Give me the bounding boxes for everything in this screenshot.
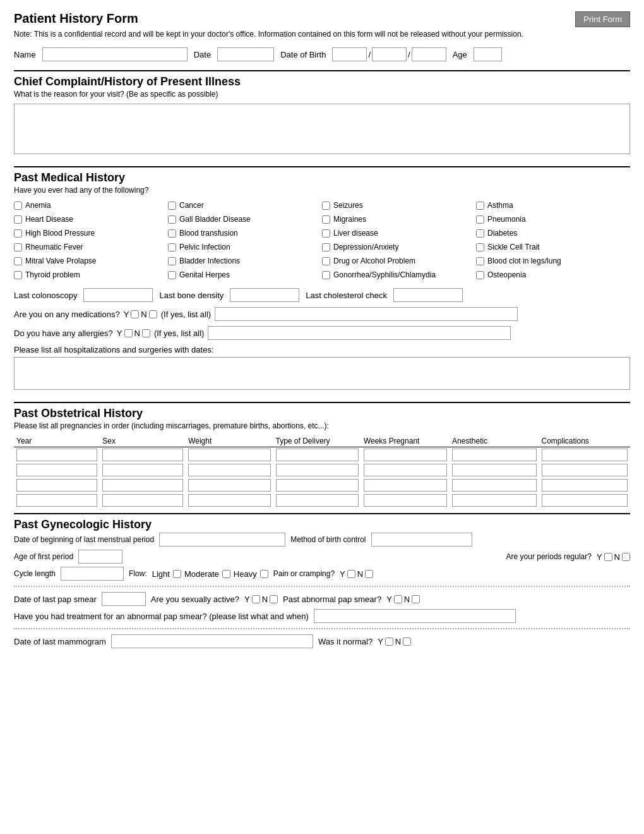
pa-n-checkbox[interactable]	[412, 595, 420, 603]
condition-checkbox-16[interactable]	[14, 257, 22, 265]
condition-label-14: Depression/Anxiety	[333, 243, 398, 251]
pain-n-checkbox[interactable]	[365, 570, 373, 578]
condition-checkbox-22[interactable]	[322, 271, 330, 279]
condition-label-0: Anemia	[25, 201, 51, 210]
condition-checkbox-9[interactable]	[168, 229, 176, 238]
condition-checkbox-12[interactable]	[14, 243, 22, 251]
condition-checkbox-14[interactable]	[322, 243, 330, 251]
flow-light-checkbox[interactable]	[173, 570, 181, 578]
dob-month-input[interactable]	[332, 47, 367, 61]
condition-checkbox-7[interactable]	[476, 215, 484, 224]
condition-checkbox-2[interactable]	[322, 202, 330, 210]
condition-checkbox-5[interactable]	[168, 215, 176, 224]
condition-checkbox-21[interactable]	[168, 271, 176, 279]
last-bone-density-input[interactable]	[230, 288, 299, 302]
dotted-divider-1	[14, 586, 630, 587]
medications-y-checkbox[interactable]	[131, 310, 139, 318]
gyn-section: Past Gynecologic History Date of beginni…	[14, 513, 630, 648]
obstetric-row3-col0-input[interactable]	[16, 494, 97, 507]
condition-label-11: Diabetes	[487, 229, 517, 238]
abnormal-treatment-input[interactable]	[314, 609, 516, 623]
regular-n-checkbox[interactable]	[622, 553, 630, 561]
dob-sep2: /	[408, 50, 410, 59]
obstetric-row1-col1-input[interactable]	[102, 464, 183, 476]
obstetric-row0-col5-input[interactable]	[452, 449, 536, 461]
age-input[interactable]	[474, 47, 502, 61]
flow-heavy-checkbox[interactable]	[260, 570, 268, 578]
last-cholesterol-input[interactable]	[393, 288, 463, 302]
obstetric-row3-col4-input[interactable]	[364, 494, 447, 507]
pa-y-checkbox[interactable]	[394, 595, 402, 603]
obstetric-row1-col5-input[interactable]	[452, 464, 536, 476]
obstetric-row3-col6-input[interactable]	[542, 494, 628, 507]
complaint-textarea[interactable]	[14, 104, 630, 154]
condition-checkbox-6[interactable]	[322, 215, 330, 224]
print-button[interactable]: Print Form	[575, 11, 630, 27]
last-colonoscopy-input[interactable]	[83, 288, 153, 302]
obstetric-row2-col4-input[interactable]	[364, 479, 447, 492]
condition-label-23: Osteopenia	[487, 270, 526, 279]
obstetric-row2-col1-input[interactable]	[102, 479, 183, 492]
allergies-n-checkbox[interactable]	[142, 329, 150, 337]
obstetric-row1-col3-input[interactable]	[276, 464, 359, 476]
condition-checkbox-3[interactable]	[476, 202, 484, 210]
allergies-list-input[interactable]	[208, 326, 511, 340]
allergies-y-checkbox[interactable]	[124, 329, 133, 337]
condition-checkbox-23[interactable]	[476, 271, 484, 279]
condition-label-4: Heart Disease	[25, 215, 73, 224]
cycle-length-input[interactable]	[61, 567, 124, 581]
first-period-input[interactable]	[78, 550, 122, 564]
name-input[interactable]	[42, 47, 188, 61]
lmp-input[interactable]	[159, 533, 285, 547]
obstetric-row2-col6-input[interactable]	[542, 479, 628, 492]
medications-n-checkbox[interactable]	[149, 310, 157, 318]
flow-label: Flow:	[129, 569, 147, 578]
mn-n-checkbox[interactable]	[403, 638, 411, 646]
hospitalization-textarea[interactable]	[14, 357, 630, 390]
obstetric-row1-col2-input[interactable]	[188, 464, 270, 476]
birth-control-input[interactable]	[371, 533, 472, 547]
obstetric-row0-col0-input[interactable]	[16, 449, 97, 461]
obstetric-row0-col4-input[interactable]	[364, 449, 447, 461]
condition-checkbox-19[interactable]	[476, 257, 484, 265]
last-pap-input[interactable]	[102, 592, 146, 606]
condition-checkbox-8[interactable]	[14, 229, 22, 238]
condition-checkbox-18[interactable]	[322, 257, 330, 265]
condition-checkbox-17[interactable]	[168, 257, 176, 265]
condition-checkbox-11[interactable]	[476, 229, 484, 238]
medications-list-input[interactable]	[215, 307, 518, 321]
obstetric-row2-col0-input[interactable]	[16, 479, 97, 492]
pain-y-checkbox[interactable]	[347, 570, 355, 578]
obstetric-row2-col2-input[interactable]	[188, 479, 270, 492]
condition-checkbox-13[interactable]	[168, 243, 176, 251]
obstetric-row3-col1-input[interactable]	[102, 494, 183, 507]
dob-year-input[interactable]	[412, 47, 446, 61]
flow-moderate-checkbox[interactable]	[222, 570, 230, 578]
mn-y-checkbox[interactable]	[385, 638, 393, 646]
last-mammogram-input[interactable]	[111, 634, 313, 648]
obstetric-row1-col4-input[interactable]	[364, 464, 447, 476]
condition-checkbox-10[interactable]	[322, 229, 330, 238]
obstetric-row0-col1-input[interactable]	[102, 449, 183, 461]
condition-checkbox-15[interactable]	[476, 243, 484, 251]
sa-y-checkbox[interactable]	[252, 595, 260, 603]
dob-day-input[interactable]	[372, 47, 407, 61]
sexually-active-yn: Y N	[244, 595, 278, 604]
obstetric-row2-col5-input[interactable]	[452, 479, 536, 492]
date-input[interactable]	[217, 47, 274, 61]
condition-checkbox-4[interactable]	[14, 215, 22, 224]
obstetric-row0-col3-input[interactable]	[276, 449, 359, 461]
obstetric-row2-col3-input[interactable]	[276, 479, 359, 492]
sa-n-checkbox[interactable]	[270, 595, 278, 603]
condition-checkbox-20[interactable]	[14, 271, 22, 279]
regular-y-checkbox[interactable]	[604, 553, 612, 561]
obstetric-row3-col3-input[interactable]	[276, 494, 359, 507]
condition-checkbox-1[interactable]	[168, 202, 176, 210]
obstetric-row3-col5-input[interactable]	[452, 494, 536, 507]
obstetric-row1-col0-input[interactable]	[16, 464, 97, 476]
obstetric-row0-col2-input[interactable]	[188, 449, 270, 461]
obstetric-row1-col6-input[interactable]	[542, 464, 628, 476]
condition-checkbox-0[interactable]	[14, 202, 22, 210]
obstetric-row3-col2-input[interactable]	[188, 494, 270, 507]
obstetric-row0-col6-input[interactable]	[542, 449, 628, 461]
